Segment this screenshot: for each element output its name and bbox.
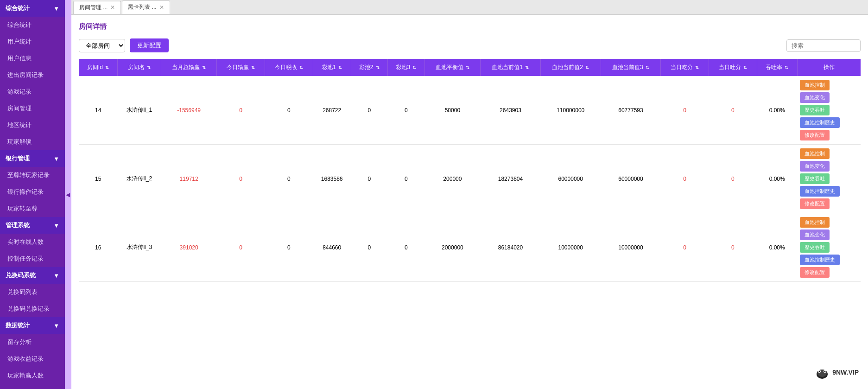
sort-icon-7[interactable]: ⇅ — [412, 65, 416, 70]
cell-eat: 0 — [661, 213, 709, 282]
sort-icon-2[interactable]: ⇅ — [202, 65, 206, 70]
blood-control-button[interactable]: 血池控制 — [800, 80, 830, 90]
cell-rate: 0.00% — [757, 213, 797, 282]
sort-icon-10[interactable]: ⇅ — [585, 65, 589, 70]
collapse-handle[interactable]: ◀ — [65, 0, 71, 389]
sidebar-section-bank[interactable]: 银行管理 ▼ — [0, 150, 65, 167]
sidebar-section-bank-label: 银行管理 — [6, 154, 30, 163]
sort-icon-8[interactable]: ⇅ — [466, 65, 469, 70]
sidebar-section-exchange[interactable]: 兑换码系统 ▼ — [0, 267, 65, 284]
cell-id: 16 — [79, 213, 117, 282]
filter-bar: 全部房间 更新配置 — [79, 38, 861, 52]
sort-icon-9[interactable]: ⇅ — [525, 65, 529, 70]
blood-control-button[interactable]: 血池控制 — [800, 148, 830, 159]
cell-today-tax: 0 — [265, 213, 313, 282]
cell-id: 14 — [79, 76, 117, 145]
sidebar-bank-item-1[interactable]: 银行操作记录 — [0, 184, 65, 200]
sidebar-section-data-arrow: ▼ — [53, 322, 59, 329]
col-header-today-tax: 今日税收 ⇅ — [265, 59, 313, 76]
sidebar-item-3[interactable]: 进出房间记录 — [0, 67, 65, 83]
content-area: 房间详情 全部房间 更新配置 房间Id ⇅ 房间名 ⇅ 当月总输赢 ⇅ 今日输赢… — [71, 15, 868, 389]
col-header-current1: 血池当前值1 ⇅ — [481, 59, 541, 76]
sidebar-section-top-label: 综合统计 — [6, 4, 30, 13]
table-row: 16 水浒传Ⅱ_3 391020 0 0 844660 0 0 2000000 … — [79, 213, 861, 282]
watermark: 9NW.VIP — [815, 365, 859, 380]
sidebar-item-6[interactable]: 地区统计 — [0, 117, 65, 134]
tab-0[interactable]: 房间管理 ... ✕ — [73, 1, 121, 14]
sidebar-section-manage-label: 管理系统 — [6, 221, 30, 230]
modify-config-button[interactable]: 修改配置 — [800, 198, 830, 209]
sidebar-section-data[interactable]: 数据统计 ▼ — [0, 317, 65, 334]
room-filter-select[interactable]: 全部房间 — [79, 39, 125, 52]
sidebar-data-item-2[interactable]: 玩家输赢人数 — [0, 367, 65, 384]
cell-today-tax: 0 — [265, 145, 313, 213]
sidebar-bank-item-2[interactable]: 玩家转至尊 — [0, 200, 65, 217]
sidebar-item-2[interactable]: 用户信息 — [0, 50, 65, 67]
sort-icon-4[interactable]: ⇅ — [299, 65, 303, 70]
tab-0-close-icon[interactable]: ✕ — [110, 4, 115, 11]
sidebar-section-manage[interactable]: 管理系统 ▼ — [0, 217, 65, 234]
sort-icon-12[interactable]: ⇅ — [695, 65, 699, 70]
modify-config-button[interactable]: 修改配置 — [800, 267, 830, 278]
cell-pool2: 0 — [351, 145, 388, 213]
sort-icon-14[interactable]: ⇅ — [785, 65, 788, 70]
tab-1[interactable]: 黑卡列表 ... ✕ — [122, 0, 170, 14]
blood-history-button[interactable]: 血池控制歷史 — [800, 186, 840, 197]
sidebar-section-top-arrow: ▼ — [53, 5, 59, 12]
cell-monthly: 119712 — [161, 145, 216, 213]
sort-icon-1[interactable]: ⇅ — [147, 65, 151, 70]
history-vomit-button[interactable]: 歷史吞吐 — [800, 173, 830, 184]
sidebar-data-item-3[interactable]: 库存统计 — [0, 384, 65, 389]
col-header-pool3: 彩池3 ⇅ — [388, 59, 425, 76]
tab-1-close-icon[interactable]: ✕ — [159, 4, 164, 11]
blood-control-button[interactable]: 血池控制 — [800, 217, 830, 228]
sidebar-data-item-1[interactable]: 游戏收益记录 — [0, 351, 65, 367]
cell-pool3: 0 — [388, 145, 425, 213]
blood-history-button[interactable]: 血池控制歷史 — [800, 117, 840, 128]
cell-pool1: 844660 — [313, 213, 351, 282]
sidebar-section-manage-arrow: ▼ — [53, 222, 59, 229]
search-input[interactable] — [786, 39, 861, 52]
sort-icon-0[interactable]: ⇅ — [105, 65, 109, 70]
svg-point-5 — [824, 371, 826, 372]
sidebar-exchange-item-1[interactable]: 兑换码兑换记录 — [0, 300, 65, 317]
blood-change-button[interactable]: 血池变化 — [800, 92, 830, 103]
sort-icon-5[interactable]: ⇅ — [338, 65, 342, 70]
col-header-current3: 血池当前值3 ⇅ — [601, 59, 661, 76]
sidebar-manage-item-1[interactable]: 控制任务记录 — [0, 250, 65, 267]
blood-history-button[interactable]: 血池控制歷史 — [800, 255, 840, 265]
cell-current3: 60000000 — [601, 145, 661, 213]
sidebar-section-exchange-arrow: ▼ — [53, 272, 59, 279]
room-table: 房间Id ⇅ 房间名 ⇅ 当月总输赢 ⇅ 今日输赢 ⇅ 今日税收 ⇅ 彩池1 ⇅… — [79, 59, 861, 282]
history-vomit-button[interactable]: 歷史吞吐 — [800, 105, 830, 115]
cell-current2: 60000000 — [540, 145, 601, 213]
cell-actions: 血池控制 血池变化 歷史吞吐 血池控制歷史 修改配置 — [797, 76, 861, 145]
sort-icon-11[interactable]: ⇅ — [646, 65, 649, 70]
history-vomit-button[interactable]: 歷史吞吐 — [800, 242, 830, 253]
update-config-button[interactable]: 更新配置 — [130, 38, 169, 52]
sort-icon-13[interactable]: ⇅ — [743, 65, 747, 70]
cell-pool1: 268722 — [313, 76, 351, 145]
sort-icon-3[interactable]: ⇅ — [251, 65, 255, 70]
sidebar-manage-item-0[interactable]: 实时在线人数 — [0, 234, 65, 250]
sidebar-item-7[interactable]: 玩家解锁 — [0, 134, 65, 150]
sidebar-section-data-label: 数据统计 — [6, 321, 30, 330]
sidebar-bank-item-0[interactable]: 至尊转玩家记录 — [0, 167, 65, 184]
blood-change-button[interactable]: 血池变化 — [800, 161, 830, 172]
blood-change-button[interactable]: 血池变化 — [800, 230, 830, 240]
modify-config-button[interactable]: 修改配置 — [800, 130, 830, 140]
sidebar-item-0[interactable]: 综合统计 — [0, 17, 65, 33]
cell-pool2: 0 — [351, 213, 388, 282]
table-row: 14 水浒传Ⅱ_1 -1556949 0 0 268722 0 0 50000 … — [79, 76, 861, 145]
action-buttons-group: 血池控制 血池变化 歷史吞吐 血池控制歷史 修改配置 — [800, 80, 858, 140]
sort-icon-6[interactable]: ⇅ — [376, 65, 380, 70]
col-header-action: 操作 — [797, 59, 861, 76]
sidebar-item-4[interactable]: 游戏记录 — [0, 83, 65, 100]
cell-vomit: 0 — [709, 76, 757, 145]
sidebar-exchange-item-0[interactable]: 兑换码列表 — [0, 284, 65, 300]
sidebar-item-5[interactable]: 房间管理 — [0, 100, 65, 117]
sidebar-section-top[interactable]: 综合统计 ▼ — [0, 0, 65, 17]
cell-today-wl: 0 — [217, 145, 265, 213]
sidebar-item-1[interactable]: 用户统计 — [0, 33, 65, 50]
sidebar-data-item-0[interactable]: 留存分析 — [0, 334, 65, 351]
